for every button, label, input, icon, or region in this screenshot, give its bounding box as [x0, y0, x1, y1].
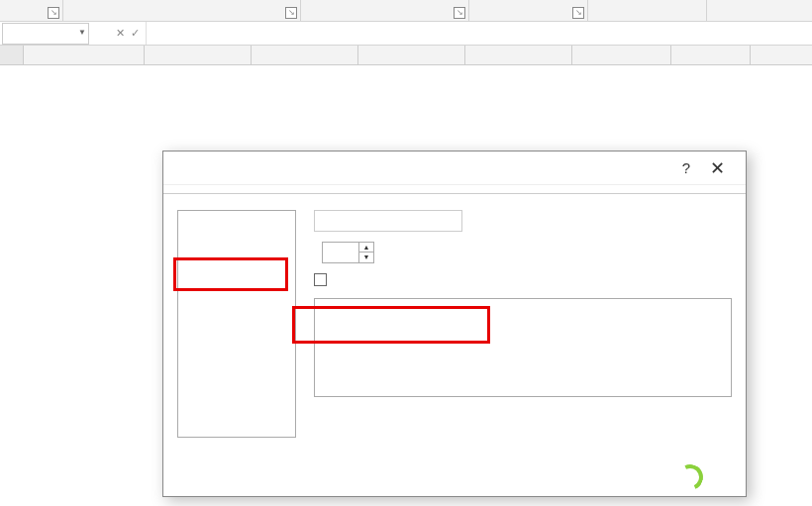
negative-numbers-list[interactable]: [314, 298, 732, 397]
help-icon[interactable]: ?: [672, 159, 700, 176]
formula-bar-row: ▼ ✕ ✓: [0, 22, 812, 46]
ribbon-group-cells: [707, 0, 792, 21]
spin-down-icon[interactable]: ▼: [359, 253, 373, 262]
col-header-E[interactable]: [465, 46, 572, 64]
dialog-tabs: [163, 185, 746, 194]
ribbon-group-alignment: ↘: [301, 0, 469, 21]
dialog-launcher-icon[interactable]: ↘: [285, 7, 297, 19]
accept-icon[interactable]: ✓: [131, 27, 140, 40]
select-all-corner[interactable]: [0, 46, 24, 64]
ribbon-group-font: ↘: [63, 0, 301, 21]
dialog-launcher-icon[interactable]: ↘: [572, 7, 584, 19]
thousands-separator-checkbox[interactable]: [314, 273, 327, 286]
col-header-H[interactable]: [751, 46, 810, 64]
sample-value: [314, 210, 462, 232]
col-header-A[interactable]: [24, 46, 145, 64]
dialog-launcher-icon[interactable]: ↘: [454, 7, 465, 19]
column-headers: [0, 46, 812, 65]
decimal-places-stepper[interactable]: ▲ ▼: [322, 242, 374, 263]
category-list[interactable]: [177, 210, 296, 438]
formula-buttons: ✕ ✓: [89, 22, 147, 45]
ribbon-group-styles: [588, 0, 707, 21]
col-header-B[interactable]: [145, 46, 252, 64]
col-header-F[interactable]: [572, 46, 671, 64]
decimal-places-input[interactable]: [323, 246, 358, 259]
cancel-icon[interactable]: ✕: [116, 27, 125, 40]
dialog-titlebar[interactable]: ? ✕: [163, 152, 746, 185]
name-box[interactable]: ▼: [2, 23, 89, 45]
col-header-D[interactable]: [358, 46, 465, 64]
ribbon-groups: ↘ ↘ ↘ ↘: [0, 0, 812, 22]
col-header-G[interactable]: [671, 46, 751, 64]
ribbon-group-number: ↘: [469, 0, 588, 21]
dialog-launcher-icon[interactable]: ↘: [48, 7, 59, 19]
chevron-down-icon[interactable]: ▼: [78, 28, 86, 37]
ribbon-group-clipboard: ↘: [0, 0, 63, 21]
col-header-C[interactable]: [252, 46, 358, 64]
close-icon[interactable]: ✕: [700, 157, 734, 179]
format-cells-dialog: ? ✕ ▲ ▼: [162, 151, 747, 497]
spin-up-icon[interactable]: ▲: [359, 243, 373, 253]
